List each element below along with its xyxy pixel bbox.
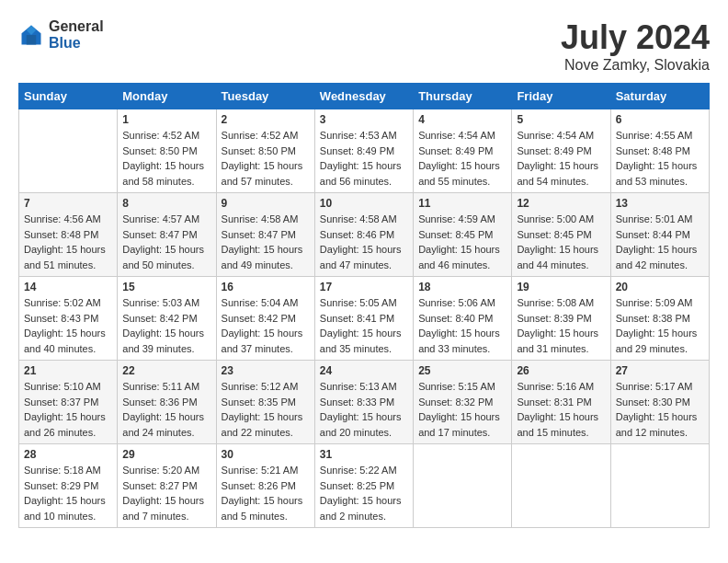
header-friday: Friday [512, 84, 610, 109]
calendar-cell-4-6 [610, 444, 709, 528]
day-info: Sunrise: 4:52 AM Sunset: 8:50 PM Dayligh… [122, 128, 210, 189]
day-info: Sunrise: 5:08 AM Sunset: 8:39 PM Dayligh… [517, 295, 605, 356]
header-thursday: Thursday [414, 84, 512, 109]
location-subtitle: Nove Zamky, Slovakia [561, 57, 710, 74]
day-info: Sunrise: 5:11 AM Sunset: 8:36 PM Dayligh… [122, 379, 210, 440]
day-info: Sunrise: 5:20 AM Sunset: 8:27 PM Dayligh… [122, 463, 210, 523]
calendar-cell-3-5: 26Sunrise: 5:16 AM Sunset: 8:31 PM Dayli… [512, 361, 610, 444]
day-number: 20 [616, 281, 704, 293]
calendar-cell-1-3: 10Sunrise: 4:58 AM Sunset: 8:46 PM Dayli… [314, 193, 413, 277]
svg-rect-2 [27, 35, 37, 45]
calendar-cell-1-5: 12Sunrise: 5:00 AM Sunset: 8:45 PM Dayli… [512, 193, 610, 277]
title-block: July 2024 Nove Zamky, Slovakia [561, 18, 710, 74]
day-info: Sunrise: 4:59 AM Sunset: 8:45 PM Dayligh… [418, 212, 506, 272]
day-info: Sunrise: 5:15 AM Sunset: 8:32 PM Dayligh… [418, 379, 506, 440]
day-number: 22 [122, 364, 210, 377]
calendar-cell-2-6: 20Sunrise: 5:09 AM Sunset: 8:38 PM Dayli… [610, 277, 709, 361]
day-number: 14 [24, 281, 112, 293]
day-number: 25 [418, 364, 506, 377]
day-number: 24 [320, 364, 408, 377]
calendar-cell-2-1: 15Sunrise: 5:03 AM Sunset: 8:42 PM Dayli… [118, 277, 216, 361]
day-info: Sunrise: 5:21 AM Sunset: 8:26 PM Dayligh… [222, 463, 310, 523]
day-number: 2 [222, 113, 310, 126]
day-info: Sunrise: 5:03 AM Sunset: 8:42 PM Dayligh… [122, 295, 210, 356]
day-info: Sunrise: 5:06 AM Sunset: 8:40 PM Dayligh… [418, 295, 506, 356]
calendar-cell-0-6: 6Sunrise: 4:55 AM Sunset: 8:48 PM Daylig… [610, 109, 709, 193]
day-number: 29 [122, 448, 210, 461]
day-number: 6 [616, 113, 704, 126]
day-number: 7 [24, 197, 112, 210]
day-number: 19 [517, 281, 605, 293]
day-info: Sunrise: 4:58 AM Sunset: 8:46 PM Dayligh… [320, 212, 408, 272]
calendar-cell-3-2: 23Sunrise: 5:12 AM Sunset: 8:35 PM Dayli… [216, 361, 314, 444]
day-number: 1 [122, 113, 210, 126]
calendar-cell-2-2: 16Sunrise: 5:04 AM Sunset: 8:42 PM Dayli… [216, 277, 314, 361]
day-number: 8 [122, 197, 210, 210]
header-wednesday: Wednesday [314, 84, 413, 109]
day-number: 30 [222, 448, 310, 461]
calendar-cell-3-3: 24Sunrise: 5:13 AM Sunset: 8:33 PM Dayli… [314, 361, 413, 444]
day-info: Sunrise: 4:53 AM Sunset: 8:49 PM Dayligh… [320, 128, 408, 189]
day-number: 17 [320, 281, 408, 293]
calendar-cell-1-4: 11Sunrise: 4:59 AM Sunset: 8:45 PM Dayli… [414, 193, 512, 277]
page-header: General Blue July 2024 Nove Zamky, Slova… [18, 18, 710, 74]
calendar-week-4: 21Sunrise: 5:10 AM Sunset: 8:37 PM Dayli… [19, 361, 710, 444]
header-sunday: Sunday [19, 84, 118, 109]
calendar-cell-4-0: 28Sunrise: 5:18 AM Sunset: 8:29 PM Dayli… [19, 444, 118, 528]
calendar-cell-0-3: 3Sunrise: 4:53 AM Sunset: 8:49 PM Daylig… [314, 109, 413, 193]
calendar-header-row: Sunday Monday Tuesday Wednesday Thursday… [19, 84, 710, 109]
day-info: Sunrise: 5:10 AM Sunset: 8:37 PM Dayligh… [24, 379, 112, 440]
day-info: Sunrise: 4:57 AM Sunset: 8:47 PM Dayligh… [122, 212, 210, 272]
calendar-week-1: 1Sunrise: 4:52 AM Sunset: 8:50 PM Daylig… [19, 109, 710, 193]
day-info: Sunrise: 5:05 AM Sunset: 8:41 PM Dayligh… [320, 295, 408, 356]
day-number: 3 [320, 113, 408, 126]
calendar-cell-2-5: 19Sunrise: 5:08 AM Sunset: 8:39 PM Dayli… [512, 277, 610, 361]
calendar-cell-0-4: 4Sunrise: 4:54 AM Sunset: 8:49 PM Daylig… [414, 109, 512, 193]
calendar-cell-4-3: 31Sunrise: 5:22 AM Sunset: 8:25 PM Dayli… [314, 444, 413, 528]
calendar-week-2: 7Sunrise: 4:56 AM Sunset: 8:48 PM Daylig… [19, 193, 710, 277]
logo-general-text: General [49, 18, 104, 35]
calendar-cell-0-2: 2Sunrise: 4:52 AM Sunset: 8:50 PM Daylig… [216, 109, 314, 193]
day-number: 26 [517, 364, 605, 377]
day-info: Sunrise: 5:12 AM Sunset: 8:35 PM Dayligh… [222, 379, 310, 440]
day-info: Sunrise: 5:22 AM Sunset: 8:25 PM Dayligh… [320, 463, 408, 523]
day-number: 12 [517, 197, 605, 210]
day-number: 5 [517, 113, 605, 126]
day-info: Sunrise: 4:54 AM Sunset: 8:49 PM Dayligh… [517, 128, 605, 189]
day-number: 18 [418, 281, 506, 293]
day-info: Sunrise: 5:04 AM Sunset: 8:42 PM Dayligh… [222, 295, 310, 356]
day-number: 16 [222, 281, 310, 293]
calendar-cell-3-6: 27Sunrise: 5:17 AM Sunset: 8:30 PM Dayli… [610, 361, 709, 444]
day-number: 27 [616, 364, 704, 377]
day-info: Sunrise: 4:56 AM Sunset: 8:48 PM Dayligh… [24, 212, 112, 272]
calendar-cell-3-4: 25Sunrise: 5:15 AM Sunset: 8:32 PM Dayli… [414, 361, 512, 444]
day-number: 23 [222, 364, 310, 377]
day-number: 21 [24, 364, 112, 377]
day-info: Sunrise: 5:01 AM Sunset: 8:44 PM Dayligh… [616, 212, 704, 272]
calendar-cell-1-1: 8Sunrise: 4:57 AM Sunset: 8:47 PM Daylig… [118, 193, 216, 277]
day-number: 28 [24, 448, 112, 461]
day-info: Sunrise: 5:09 AM Sunset: 8:38 PM Dayligh… [616, 295, 704, 356]
logo-icon [18, 22, 44, 48]
header-saturday: Saturday [610, 84, 709, 109]
calendar-cell-0-5: 5Sunrise: 4:54 AM Sunset: 8:49 PM Daylig… [512, 109, 610, 193]
logo-text: General Blue [49, 18, 104, 52]
day-number: 9 [222, 197, 310, 210]
calendar-cell-3-0: 21Sunrise: 5:10 AM Sunset: 8:37 PM Dayli… [19, 361, 118, 444]
header-monday: Monday [118, 84, 216, 109]
calendar-cell-1-6: 13Sunrise: 5:01 AM Sunset: 8:44 PM Dayli… [610, 193, 709, 277]
calendar-cell-2-0: 14Sunrise: 5:02 AM Sunset: 8:43 PM Dayli… [19, 277, 118, 361]
day-info: Sunrise: 4:58 AM Sunset: 8:47 PM Dayligh… [222, 212, 310, 272]
day-info: Sunrise: 4:54 AM Sunset: 8:49 PM Dayligh… [418, 128, 506, 189]
calendar-cell-0-0 [19, 109, 118, 193]
calendar-cell-4-5 [512, 444, 610, 528]
calendar-cell-4-4 [414, 444, 512, 528]
calendar-cell-2-4: 18Sunrise: 5:06 AM Sunset: 8:40 PM Dayli… [414, 277, 512, 361]
day-number: 13 [616, 197, 704, 210]
calendar-cell-4-2: 30Sunrise: 5:21 AM Sunset: 8:26 PM Dayli… [216, 444, 314, 528]
day-info: Sunrise: 5:17 AM Sunset: 8:30 PM Dayligh… [616, 379, 704, 440]
day-info: Sunrise: 5:00 AM Sunset: 8:45 PM Dayligh… [517, 212, 605, 272]
day-number: 11 [418, 197, 506, 210]
calendar-cell-1-0: 7Sunrise: 4:56 AM Sunset: 8:48 PM Daylig… [19, 193, 118, 277]
calendar-cell-0-1: 1Sunrise: 4:52 AM Sunset: 8:50 PM Daylig… [118, 109, 216, 193]
